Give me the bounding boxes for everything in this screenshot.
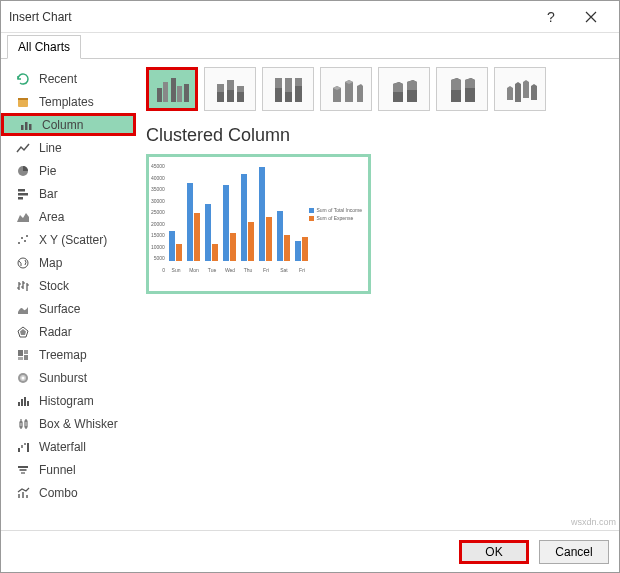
bars-area — [167, 163, 322, 261]
sidebar-item-label: Column — [42, 118, 83, 132]
sidebar-item-treemap[interactable]: Treemap — [1, 343, 136, 366]
svg-point-12 — [26, 235, 28, 237]
legend-item: Sum of Total Income — [309, 207, 363, 213]
cancel-button[interactable]: Cancel — [539, 540, 609, 564]
sidebar-item-line[interactable]: Line — [1, 136, 136, 159]
sidebar-item-label: Recent — [39, 72, 77, 86]
svg-rect-17 — [24, 350, 28, 354]
svg-point-11 — [24, 240, 26, 242]
sidebar-item-radar[interactable]: Radar — [1, 320, 136, 343]
column-icon — [18, 117, 34, 133]
3d-stacked-column-icon — [385, 74, 423, 104]
svg-rect-30 — [25, 421, 27, 427]
svg-rect-37 — [18, 466, 28, 468]
3d-100-stacked-column-icon — [443, 74, 481, 104]
clustered-column-icon — [153, 74, 191, 104]
subtype-3d-column[interactable] — [494, 67, 546, 111]
close-button[interactable] — [571, 3, 611, 31]
sidebar-item-label: X Y (Scatter) — [39, 233, 107, 247]
sidebar-item-label: Pie — [39, 164, 56, 178]
sidebar-item-scatter[interactable]: X Y (Scatter) — [1, 228, 136, 251]
subtype-3d-clustered-column[interactable] — [320, 67, 372, 111]
chart-preview[interactable]: 4500040000350003000025000200001500010000… — [146, 154, 371, 294]
svg-rect-51 — [227, 90, 234, 102]
map-icon — [15, 255, 31, 271]
subtype-stacked-column[interactable] — [204, 67, 256, 111]
sidebar-item-funnel[interactable]: Funnel — [1, 458, 136, 481]
ok-button[interactable]: OK — [459, 540, 529, 564]
chart-type-title: Clustered Column — [146, 125, 609, 146]
recent-icon — [15, 71, 31, 87]
tab-row: All Charts — [1, 33, 619, 59]
sidebar-item-column[interactable]: Column — [1, 113, 136, 136]
dialog-title: Insert Chart — [9, 10, 531, 24]
svg-rect-8 — [18, 197, 23, 200]
svg-rect-41 — [22, 492, 24, 498]
scatter-icon — [15, 232, 31, 248]
sidebar-item-combo[interactable]: Combo — [1, 481, 136, 504]
sidebar-item-recent[interactable]: Recent — [1, 67, 136, 90]
svg-rect-42 — [26, 495, 28, 498]
sunburst-icon — [15, 370, 31, 386]
svg-rect-46 — [177, 86, 182, 102]
surface-icon — [15, 301, 31, 317]
svg-rect-24 — [21, 399, 23, 406]
svg-rect-26 — [27, 401, 29, 406]
svg-point-9 — [18, 242, 20, 244]
radar-icon — [15, 324, 31, 340]
sidebar-item-label: Bar — [39, 187, 58, 201]
stock-icon — [15, 278, 31, 294]
sidebar-item-histogram[interactable]: Histogram — [1, 389, 136, 412]
svg-rect-44 — [163, 82, 168, 102]
sidebar-item-label: Line — [39, 141, 62, 155]
tab-all-charts[interactable]: All Charts — [7, 35, 81, 59]
100-stacked-column-icon — [269, 74, 307, 104]
sidebar-item-waterfall[interactable]: Waterfall — [1, 435, 136, 458]
sidebar-item-label: Stock — [39, 279, 69, 293]
x-axis: SunMonTueWedThuFriSatFri — [167, 267, 322, 273]
svg-rect-56 — [285, 78, 292, 92]
subtype-3d-100-stacked-column[interactable] — [436, 67, 488, 111]
button-row: OK Cancel — [1, 530, 619, 572]
sidebar-item-label: Waterfall — [39, 440, 86, 454]
sidebar-item-label: Funnel — [39, 463, 76, 477]
sidebar-item-label: Sunburst — [39, 371, 87, 385]
waterfall-icon — [15, 439, 31, 455]
svg-rect-38 — [20, 469, 27, 471]
insert-chart-dialog: Insert Chart ? All Charts Recent Templat… — [0, 0, 620, 573]
sidebar-item-map[interactable]: Map — [1, 251, 136, 274]
subtype-3d-stacked-column[interactable] — [378, 67, 430, 111]
sidebar-item-sunburst[interactable]: Sunburst — [1, 366, 136, 389]
svg-rect-36 — [27, 443, 29, 452]
subtype-clustered-column[interactable] — [146, 67, 198, 111]
sidebar-item-pie[interactable]: Pie — [1, 159, 136, 182]
sidebar-item-templates[interactable]: Templates — [1, 90, 136, 113]
content: Recent Templates Column Line Pie Bar — [1, 59, 619, 530]
svg-rect-55 — [275, 88, 282, 102]
svg-rect-6 — [18, 189, 25, 192]
svg-rect-34 — [21, 445, 23, 448]
sidebar-item-label: Combo — [39, 486, 78, 500]
y-axis: 4500040000350003000025000200001500010000… — [151, 163, 165, 273]
svg-rect-35 — [24, 443, 26, 445]
pie-icon — [15, 163, 31, 179]
svg-rect-53 — [237, 92, 244, 102]
help-button[interactable]: ? — [531, 3, 571, 31]
treemap-icon — [15, 347, 31, 363]
sidebar-item-boxwhisker[interactable]: Box & Whisker — [1, 412, 136, 435]
sidebar-item-bar[interactable]: Bar — [1, 182, 136, 205]
sidebar-item-surface[interactable]: Surface — [1, 297, 136, 320]
sidebar-item-label: Area — [39, 210, 64, 224]
sidebar-item-label: Surface — [39, 302, 80, 316]
sidebar-item-area[interactable]: Area — [1, 205, 136, 228]
svg-rect-1 — [18, 98, 28, 100]
sidebar-item-label: Box & Whisker — [39, 417, 118, 431]
preview-chart-area: 4500040000350003000025000200001500010000… — [167, 163, 322, 273]
sidebar: Recent Templates Column Line Pie Bar — [1, 59, 136, 530]
funnel-icon — [15, 462, 31, 478]
watermark: wsxdn.com — [571, 517, 616, 527]
svg-rect-2 — [21, 125, 24, 130]
subtype-100-stacked-column[interactable] — [262, 67, 314, 111]
sidebar-item-stock[interactable]: Stock — [1, 274, 136, 297]
main-panel: Clustered Column 45000400003500030000250… — [136, 59, 619, 530]
